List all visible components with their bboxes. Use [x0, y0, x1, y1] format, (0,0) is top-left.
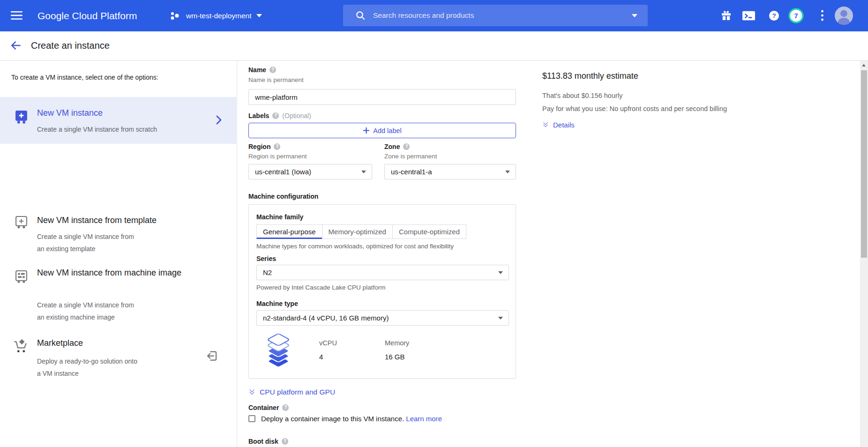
expand-double-chevron-icon: [248, 388, 255, 396]
machine-image-icon: [15, 270, 28, 285]
name-input[interactable]: [249, 89, 516, 104]
project-switcher[interactable]: wm-test-deployment: [169, 0, 262, 31]
machine-type-label-text: Machine type: [256, 300, 298, 307]
help-circle-icon[interactable]: [272, 112, 279, 119]
option-subtitle-line2: a VM instance: [37, 367, 79, 380]
sidebar-item-marketplace[interactable]: Marketplace Deploy a ready-to-go solutio…: [0, 323, 237, 379]
option-title: New VM instance from template: [37, 214, 187, 227]
notifications-badge[interactable]: 7: [787, 0, 804, 31]
cpu-platform-gpu-link[interactable]: CPU platform and GPU: [248, 388, 335, 396]
search-caret-icon[interactable]: [632, 14, 637, 17]
marketplace-cart-icon: [12, 338, 29, 356]
open-external-icon: [205, 350, 218, 364]
kebab-menu-icon[interactable]: [817, 0, 827, 31]
option-subtitle-line1: Create a single VM instance from: [37, 299, 134, 311]
scrollbar-up-arrow[interactable]: [862, 64, 866, 67]
search-input[interactable]: [372, 11, 632, 20]
search-icon: [355, 10, 366, 21]
sidebar-item-new-vm-from-machine-image[interactable]: New VM instance from machine image Creat…: [0, 261, 237, 321]
series-select[interactable]: N2: [256, 265, 509, 280]
sidebar-intro: To create a VM instance, select one of t…: [11, 74, 158, 81]
name-field-box: [248, 89, 516, 105]
region-hint: Region is permanent: [248, 153, 307, 160]
region-value: us-central1 (Iowa): [255, 168, 311, 176]
details-text: Details: [553, 121, 575, 129]
machine-config-title: Machine configuration: [248, 193, 318, 200]
machine-family-label-text: Machine family: [256, 213, 303, 221]
region-label: Region: [248, 143, 270, 150]
option-subtitle-line2: an existing machine image: [37, 311, 115, 323]
estimate-hourly: That's about $0.156 hourly: [542, 92, 622, 99]
gift-icon[interactable]: [719, 0, 733, 31]
help-circle-icon[interactable]: [282, 404, 289, 411]
option-title: New VM instance: [37, 106, 187, 119]
estimate-billing-note: Pay for what you use: No upfront costs a…: [542, 105, 727, 112]
machine-config-title-text: Machine configuration: [248, 193, 318, 200]
zone-label-row: Zone: [384, 143, 410, 150]
help-circle-icon[interactable]: [274, 143, 280, 150]
chevron-right-icon: [213, 114, 224, 128]
series-label-text: Series: [256, 255, 276, 262]
help-circle-icon[interactable]: [269, 67, 276, 73]
series-label: Series: [256, 255, 276, 262]
memory-value: 16 GB: [385, 353, 405, 361]
menu-icon[interactable]: [10, 10, 23, 21]
tab-general-purpose[interactable]: General-purpose: [256, 224, 322, 239]
scrollbar-thumb[interactable]: [861, 70, 867, 258]
help-circle-icon[interactable]: [282, 438, 288, 445]
back-arrow-icon[interactable]: [9, 39, 23, 52]
boot-disk-label-row: Boot disk: [248, 438, 288, 445]
svg-text:7: 7: [794, 12, 798, 20]
series-caption: Powered by Intel Cascade Lake CPU platfo…: [256, 284, 385, 291]
project-name: wm-test-deployment: [186, 12, 252, 20]
machine-type-value: n2-standard-4 (4 vCPU, 16 GB memory): [263, 314, 389, 322]
expand-double-chevron-icon: [542, 121, 549, 128]
create-instance-page: Google Cloud Platform wm-test-deployment: [0, 0, 868, 447]
labels-label-row: Labels (Optional): [248, 112, 311, 119]
cpu-layers-icon: [261, 330, 296, 371]
option-subtitle-line1: Create a single VM instance from: [37, 231, 134, 243]
option-title: New VM instance from machine image: [37, 266, 182, 279]
avatar[interactable]: [834, 0, 853, 31]
add-label-button[interactable]: Add label: [248, 123, 516, 138]
tab-memory-optimized[interactable]: Memory-optimized: [322, 224, 393, 239]
help-circle-icon[interactable]: [403, 143, 410, 150]
page-title: Create an instance: [31, 40, 110, 51]
plus-icon: [363, 127, 370, 134]
container-checkbox-text: Deploy a container image to this VM inst…: [261, 415, 442, 423]
tab-compute-optimized[interactable]: Compute-optimized: [392, 224, 466, 239]
project-caret-icon: [256, 14, 262, 17]
svg-text:?: ?: [772, 12, 776, 19]
container-text: Deploy a container image to this VM inst…: [261, 415, 404, 423]
labels-optional: (Optional): [282, 112, 311, 119]
machine-type-select[interactable]: n2-standard-4 (4 vCPU, 16 GB memory): [256, 310, 509, 326]
cpu-platform-gpu-text: CPU platform and GPU: [260, 388, 335, 396]
add-label-text: Add label: [373, 127, 401, 134]
zone-hint: Zone is permanent: [384, 153, 437, 160]
container-checkbox[interactable]: [248, 415, 255, 422]
vm-instance-icon: [15, 110, 28, 126]
vm-template-icon: [15, 216, 28, 231]
cloud-shell-icon[interactable]: [741, 0, 756, 31]
zone-label: Zone: [384, 143, 400, 150]
zone-select[interactable]: us-central1-a: [384, 164, 516, 179]
name-hint: Name is permanent: [248, 76, 304, 83]
global-search: [343, 5, 648, 26]
region-select[interactable]: us-central1 (Iowa): [248, 164, 372, 179]
series-value: N2: [263, 268, 272, 276]
project-switcher-icon: [169, 9, 181, 22]
help-icon[interactable]: ?: [768, 0, 780, 31]
sidebar-item-new-vm-from-template[interactable]: New VM instance from template Create a s…: [0, 206, 237, 259]
container-label-row: Container: [248, 404, 289, 411]
sidebar-item-new-vm-instance[interactable]: New VM instance Create a single VM insta…: [0, 97, 237, 144]
machine-family-caption: Machine types for common workloads, opti…: [256, 243, 454, 250]
estimate-details-link[interactable]: Details: [542, 121, 575, 129]
page-header: [0, 31, 868, 61]
container-label: Container: [248, 404, 279, 411]
labels-label: Labels: [248, 112, 269, 119]
machine-family-label: Machine family: [256, 213, 303, 221]
brand-logo[interactable]: Google Cloud Platform: [37, 0, 137, 31]
learn-more-link[interactable]: Learn more: [406, 415, 442, 423]
estimate-title: $113.83 monthly estimate: [542, 71, 638, 81]
name-label: Name: [248, 66, 266, 74]
